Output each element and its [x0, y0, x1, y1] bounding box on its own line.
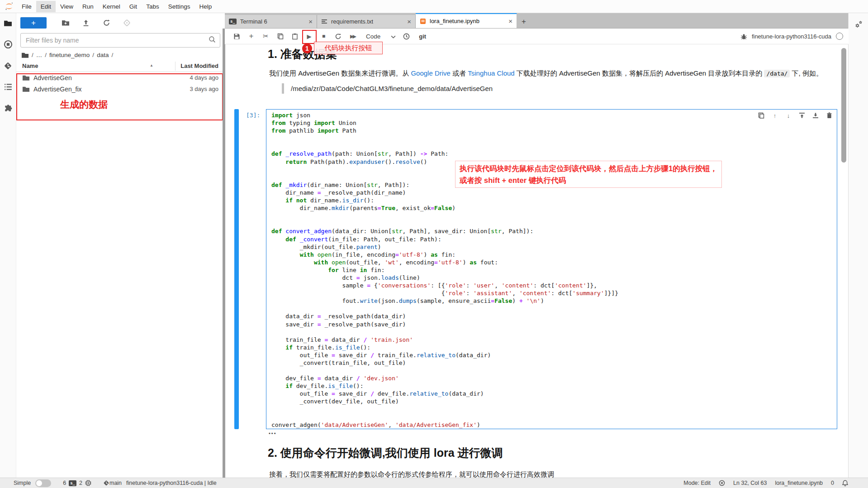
vertical-scrollbar[interactable]	[841, 48, 846, 163]
stop-kernel-button[interactable]: ■	[318, 31, 329, 42]
code-line: from pathlib import Path	[271, 127, 618, 134]
close-icon[interactable]: ×	[308, 18, 313, 25]
menu-run[interactable]: Run	[78, 1, 98, 12]
simple-mode-toggle[interactable]	[35, 479, 51, 487]
close-icon[interactable]: ×	[407, 18, 411, 25]
refresh-icon[interactable]	[102, 19, 110, 27]
kernel-name[interactable]: finetune-lora-python3116-cuda	[752, 33, 831, 40]
menu-edit[interactable]: Edit	[36, 1, 56, 12]
tab-terminal-6[interactable]: s_Terminal 6×	[225, 15, 317, 28]
menu-help[interactable]: Help	[194, 1, 216, 12]
menu-kernel[interactable]: Kernel	[98, 1, 125, 12]
cell-collapser[interactable]	[234, 109, 239, 429]
paragraph-text: 下载处理好的 AdvertiseGen 数据集，将解压后的 AdvertiseG…	[515, 69, 764, 77]
save-button[interactable]	[231, 31, 242, 42]
upload-icon[interactable]	[82, 19, 90, 27]
code-line	[271, 413, 618, 421]
code-line: _convert(train_file, out_file)	[271, 359, 618, 367]
notebook-content: 1. 准备数据集 我们使用 AdvertiseGen 数据集来进行微调。从 Go…	[225, 44, 849, 478]
panel-splitter[interactable]	[223, 29, 225, 478]
new-tab-button[interactable]: +	[517, 15, 531, 28]
filter-files-input[interactable]	[25, 36, 209, 44]
code-line: import json	[271, 111, 618, 119]
tab-requirements-txt[interactable]: requirements.txt×	[317, 15, 416, 28]
git-clone-icon[interactable]	[123, 19, 131, 27]
paste-cells-button[interactable]	[289, 31, 300, 42]
property-inspector-gears-icon[interactable]	[854, 20, 863, 29]
debugger-bug-icon[interactable]	[740, 33, 747, 40]
link-tsinghua-cloud[interactable]: Tsinghua Cloud	[468, 69, 514, 77]
collapsed-output-button[interactable]: •••	[269, 431, 277, 436]
chevron-down-icon[interactable]	[391, 32, 396, 40]
run-cell-button[interactable]: ▶ 1 代码块执行按钮	[304, 31, 315, 42]
delete-cell-icon[interactable]	[825, 112, 833, 119]
breadcrumb-finetune-demo[interactable]: finetune_demo	[49, 52, 90, 58]
kernel-status-text[interactable]: finetune-lora-python3116-cuda | Idle	[126, 480, 217, 486]
menu-settings[interactable]: Settings	[164, 1, 195, 12]
trust-icon[interactable]	[719, 480, 725, 486]
add-cell-button[interactable]: +	[246, 31, 257, 42]
insert-cell-below-icon[interactable]	[812, 112, 819, 119]
text-file-icon	[321, 19, 327, 24]
bell-icon[interactable]	[842, 480, 848, 486]
code-line: convert_adgen('data/AdvertiseGen', 'data…	[271, 421, 618, 429]
cell-type-dropdown[interactable]: Code	[366, 33, 380, 40]
cursor-position[interactable]: Ln 32, Col 63	[733, 480, 767, 486]
menu-git[interactable]: Git	[125, 1, 142, 12]
history-icon[interactable]	[401, 31, 412, 42]
file-browser-icon[interactable]	[4, 19, 13, 28]
code-line: def convert_adgen(data_dir: Union[str, P…	[271, 227, 618, 235]
git-branch-name[interactable]: main	[109, 480, 122, 486]
home-folder-icon[interactable]	[21, 52, 29, 58]
cut-cells-button[interactable]: ✂	[260, 31, 271, 42]
duplicate-cell-icon[interactable]	[758, 112, 765, 119]
code-line: from typing import Union	[271, 119, 618, 127]
extension-manager-icon[interactable]	[4, 104, 13, 113]
new-folder-icon[interactable]	[62, 19, 70, 27]
breadcrumb-data[interactable]: data	[97, 52, 109, 58]
new-launcher-button[interactable]: +	[20, 17, 47, 29]
running-sessions-icon[interactable]	[4, 40, 13, 49]
code-cell[interactable]: import jsonfrom typing import Unionfrom …	[266, 109, 837, 429]
column-last-modified[interactable]: Last Modified	[180, 62, 218, 69]
notification-count[interactable]: 0	[831, 480, 834, 486]
code-editor[interactable]: import jsonfrom typing import Unionfrom …	[271, 111, 618, 429]
menu-tabs[interactable]: Tabs	[142, 1, 164, 12]
file-row-advertisegen[interactable]: AdvertiseGen4 days ago	[16, 72, 225, 83]
menu-view[interactable]: View	[56, 1, 78, 12]
active-file-name[interactable]: lora_finetune.ipynb	[775, 480, 823, 486]
kernels-count[interactable]: 2	[79, 480, 82, 486]
breadcrumb-ellipsis[interactable]: …	[36, 52, 43, 58]
insert-cell-above-icon[interactable]	[798, 112, 806, 119]
restart-kernel-button[interactable]	[332, 31, 344, 42]
status-bar: Simple 6 s_ 2 main finetune-lora-python3…	[0, 478, 868, 488]
mode-indicator[interactable]: Mode: Edit	[683, 480, 711, 486]
copy-cells-button[interactable]	[275, 31, 286, 42]
notebook-toolbar: + ✂ ▶ 1 代码块执行按钮 ■ ▶▶ Code git finetune-l…	[225, 29, 849, 44]
restart-run-all-button[interactable]: ▶▶	[347, 31, 358, 42]
kernel-status-icon[interactable]	[836, 33, 843, 40]
tab-label: requirements.txt	[331, 18, 373, 25]
move-cell-up-icon[interactable]: ↑	[771, 112, 778, 119]
code-line: _mkdir(out_file.parent)	[271, 243, 618, 251]
close-icon[interactable]: ×	[508, 18, 512, 24]
git-toolbar-button[interactable]: git	[419, 33, 426, 40]
file-row-advertisegen-fix[interactable]: AdvertiseGen_fix3 days ago	[16, 83, 225, 95]
file-browser-toolbar: +	[16, 13, 225, 30]
tab-lora-finetune-ipynb[interactable]: lora_finetune.ipynb×	[416, 13, 517, 28]
code-line: dir_name = _resolve_path(dir_name)	[271, 189, 618, 196]
code-line: sample = {'conversations': [{'role': 'us…	[271, 282, 618, 289]
terminals-count[interactable]: 6	[63, 480, 66, 486]
move-cell-down-icon[interactable]: ↓	[785, 112, 792, 119]
code-line: with open(out_file, 'wt', encoding='utf-…	[271, 258, 618, 266]
table-of-contents-icon[interactable]	[4, 82, 13, 91]
menu-bar: FileEditViewRunKernelGitTabsSettingsHelp	[0, 0, 868, 13]
menu-file[interactable]: File	[17, 1, 36, 12]
git-icon[interactable]	[4, 61, 13, 70]
code-line: out_file = save_dir / dev_file.relative_…	[271, 390, 618, 397]
file-name: AdvertiseGen	[33, 74, 72, 81]
code-line: {'role': 'assistant', 'content': dct['su…	[271, 289, 618, 297]
link-google-drive[interactable]: Google Drive	[411, 69, 451, 77]
sort-ascending-icon[interactable]: ▲	[150, 63, 153, 67]
column-name[interactable]: Name	[22, 62, 38, 69]
